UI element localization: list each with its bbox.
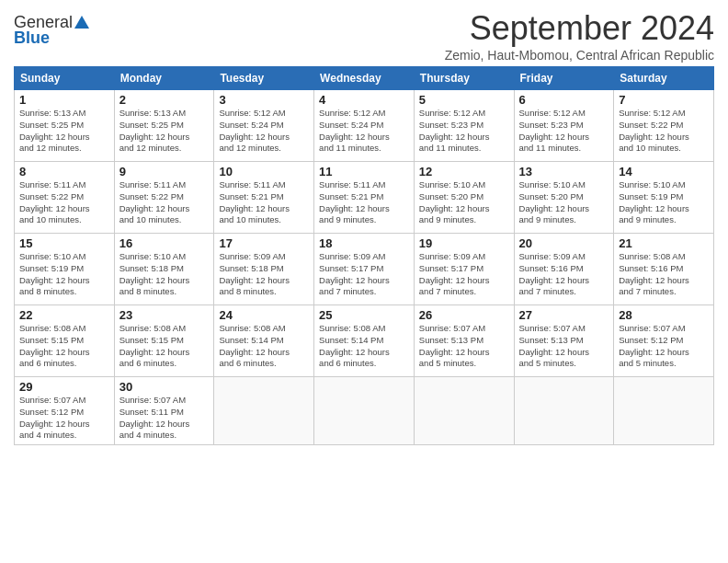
day-2: 2 Sunrise: 5:13 AMSunset: 5:25 PMDayligh… xyxy=(114,90,214,162)
day-10: 10 Sunrise: 5:11 AMSunset: 5:21 PMDaylig… xyxy=(214,162,314,234)
day-30: 30 Sunrise: 5:07 AMSunset: 5:11 PMDaylig… xyxy=(114,377,214,445)
day-8: 8 Sunrise: 5:11 AMSunset: 5:22 PMDayligh… xyxy=(15,162,115,234)
svg-marker-0 xyxy=(74,16,89,29)
day-25: 25 Sunrise: 5:08 AMSunset: 5:14 PMDaylig… xyxy=(314,305,415,377)
day-12: 12 Sunrise: 5:10 AMSunset: 5:20 PMDaylig… xyxy=(414,162,514,234)
col-saturday: Saturday xyxy=(614,67,714,90)
week-row-4: 22 Sunrise: 5:08 AMSunset: 5:15 PMDaylig… xyxy=(15,305,714,377)
logo-blue: Blue xyxy=(14,29,50,48)
col-monday: Monday xyxy=(114,67,214,90)
col-wednesday: Wednesday xyxy=(314,67,415,90)
location: Zemio, Haut-Mbomou, Central African Repu… xyxy=(445,48,714,63)
day-26: 26 Sunrise: 5:07 AMSunset: 5:13 PMDaylig… xyxy=(414,305,514,377)
logo-triangle-icon xyxy=(74,16,89,32)
day-23: 23 Sunrise: 5:08 AMSunset: 5:15 PMDaylig… xyxy=(114,305,214,377)
day-4: 4 Sunrise: 5:12 AMSunset: 5:24 PMDayligh… xyxy=(314,90,415,162)
empty-cell-2 xyxy=(314,377,415,445)
day-14: 14 Sunrise: 5:10 AMSunset: 5:19 PMDaylig… xyxy=(614,162,714,234)
col-tuesday: Tuesday xyxy=(214,67,314,90)
week-row-5: 29 Sunrise: 5:07 AMSunset: 5:12 PMDaylig… xyxy=(15,377,714,445)
day-29: 29 Sunrise: 5:07 AMSunset: 5:12 PMDaylig… xyxy=(15,377,115,445)
day-21: 21 Sunrise: 5:08 AMSunset: 5:16 PMDaylig… xyxy=(614,234,714,305)
day-6: 6 Sunrise: 5:12 AMSunset: 5:23 PMDayligh… xyxy=(514,90,614,162)
title-area: September 2024 Zemio, Haut-Mbomou, Centr… xyxy=(445,9,714,63)
day-19: 19 Sunrise: 5:09 AMSunset: 5:17 PMDaylig… xyxy=(414,234,514,305)
day-24: 24 Sunrise: 5:08 AMSunset: 5:14 PMDaylig… xyxy=(214,305,314,377)
day-18: 18 Sunrise: 5:09 AMSunset: 5:17 PMDaylig… xyxy=(314,234,415,305)
day-22: 22 Sunrise: 5:08 AMSunset: 5:15 PMDaylig… xyxy=(15,305,115,377)
day-28: 28 Sunrise: 5:07 AMSunset: 5:12 PMDaylig… xyxy=(614,305,714,377)
col-thursday: Thursday xyxy=(414,67,514,90)
empty-cell-3 xyxy=(414,377,514,445)
day-7: 7 Sunrise: 5:12 AMSunset: 5:22 PMDayligh… xyxy=(614,90,714,162)
empty-cell-4 xyxy=(514,377,614,445)
col-sunday: Sunday xyxy=(15,67,115,90)
week-row-3: 15 Sunrise: 5:10 AMSunset: 5:19 PMDaylig… xyxy=(15,234,714,305)
day-3: 3 Sunrise: 5:12 AMSunset: 5:24 PMDayligh… xyxy=(214,90,314,162)
week-row-2: 8 Sunrise: 5:11 AMSunset: 5:22 PMDayligh… xyxy=(15,162,714,234)
empty-cell-5 xyxy=(614,377,714,445)
day-13: 13 Sunrise: 5:10 AMSunset: 5:20 PMDaylig… xyxy=(514,162,614,234)
day-20: 20 Sunrise: 5:09 AMSunset: 5:16 PMDaylig… xyxy=(514,234,614,305)
calendar-header-row: Sunday Monday Tuesday Wednesday Thursday… xyxy=(15,67,714,90)
day-1: 1 Sunrise: 5:13 AMSunset: 5:25 PMDayligh… xyxy=(15,90,115,162)
day-11: 11 Sunrise: 5:11 AMSunset: 5:21 PMDaylig… xyxy=(314,162,415,234)
day-9: 9 Sunrise: 5:11 AMSunset: 5:22 PMDayligh… xyxy=(114,162,214,234)
day-16: 16 Sunrise: 5:10 AMSunset: 5:18 PMDaylig… xyxy=(114,234,214,305)
empty-cell-1 xyxy=(214,377,314,445)
month-year: September 2024 xyxy=(445,9,714,48)
week-row-1: 1 Sunrise: 5:13 AMSunset: 5:25 PMDayligh… xyxy=(15,90,714,162)
page-container: General Blue September 2024 Zemio, Haut-… xyxy=(0,0,728,454)
day-5: 5 Sunrise: 5:12 AMSunset: 5:23 PMDayligh… xyxy=(414,90,514,162)
day-17: 17 Sunrise: 5:09 AMSunset: 5:18 PMDaylig… xyxy=(214,234,314,305)
day-27: 27 Sunrise: 5:07 AMSunset: 5:13 PMDaylig… xyxy=(514,305,614,377)
col-friday: Friday xyxy=(514,67,614,90)
calendar-table: Sunday Monday Tuesday Wednesday Thursday… xyxy=(14,66,714,445)
logo: General Blue xyxy=(14,13,89,48)
day-15: 15 Sunrise: 5:10 AMSunset: 5:19 PMDaylig… xyxy=(15,234,115,305)
header: General Blue September 2024 Zemio, Haut-… xyxy=(14,9,714,63)
